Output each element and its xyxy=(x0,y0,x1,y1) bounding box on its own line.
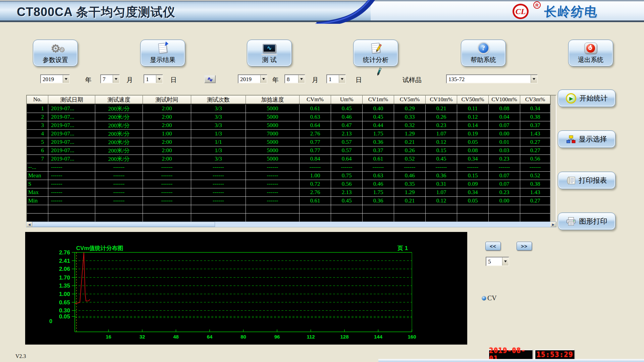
stats-analysis-button[interactable]: 统计分析 xyxy=(353,40,398,66)
start-day-select[interactable]: 1 xyxy=(144,74,163,83)
dropdown-arrow-icon[interactable] xyxy=(63,75,69,83)
scrollbar-track[interactable] xyxy=(215,222,550,227)
column-header[interactable]: 测试时间 xyxy=(143,96,191,104)
dropdown-arrow-icon[interactable] xyxy=(531,75,537,83)
dropdown-arrow-icon[interactable] xyxy=(339,75,345,83)
table-row[interactable]: 42019-07...200米/分1:001/370002.762.131.75… xyxy=(27,130,550,138)
table-row[interactable]: Mean------------------------------1.000.… xyxy=(27,172,550,180)
start-year-select[interactable]: 2019 xyxy=(40,74,70,83)
scrollbar-thumb[interactable] xyxy=(32,222,215,227)
dropdown-arrow-icon[interactable] xyxy=(298,75,305,83)
table-cell: 3 xyxy=(27,121,48,130)
table-cell: 1.07 xyxy=(426,130,457,138)
svg-text:0.05: 0.05 xyxy=(59,313,70,320)
table-cell: 4 xyxy=(27,130,48,138)
column-header[interactable]: CV1m% xyxy=(363,96,394,104)
column-header[interactable]: 测试日期 xyxy=(48,96,95,104)
show-results-button[interactable]: 显示结果 xyxy=(140,40,185,66)
exit-system-button[interactable]: 退出系统 xyxy=(568,40,613,66)
column-header[interactable]: CV3m% xyxy=(520,96,550,104)
table-cell: 0.40 xyxy=(363,105,394,113)
table-cell xyxy=(191,214,246,222)
end-year-select[interactable]: 2019 xyxy=(238,74,267,83)
table-cell: 2019-07... xyxy=(48,130,95,138)
column-header[interactable]: CV50m% xyxy=(457,96,489,104)
power-icon xyxy=(584,42,597,55)
scroll-left-button[interactable]: ◀ xyxy=(26,222,32,227)
cv-legend[interactable]: CV xyxy=(482,294,497,302)
column-header[interactable]: CV100m% xyxy=(489,96,520,104)
date-range-button[interactable]: ∿ xyxy=(204,75,216,83)
table-cell: 3/3 xyxy=(191,155,246,163)
start-statistics-button[interactable]: ▶ 开始统计 xyxy=(558,89,615,107)
question-glyph: ? xyxy=(482,44,485,52)
vertical-scrollbar-gutter[interactable] xyxy=(550,96,556,222)
table-row[interactable]: 22019-07...200米/分2:003/350000.630.460.45… xyxy=(27,113,550,121)
table-cell: 0.08 xyxy=(489,105,520,113)
table-cell: 5000 xyxy=(246,121,300,130)
table-cell xyxy=(95,205,143,214)
table-cell: 5 xyxy=(27,138,48,146)
table-cell: 0.37 xyxy=(363,146,394,155)
bottom-edge-strip xyxy=(378,359,644,362)
column-header[interactable]: CVm% xyxy=(300,96,331,104)
scroll-right-button[interactable]: ▶ xyxy=(550,222,556,227)
dropdown-arrow-icon[interactable] xyxy=(260,75,267,83)
dropdown-arrow-icon[interactable] xyxy=(156,75,162,83)
column-header[interactable]: 测试次数 xyxy=(191,96,246,104)
table-row[interactable]: 12019-07...200米/分2:003/350000.610.450.40… xyxy=(27,105,550,113)
display-selection-button[interactable]: 显示选择 xyxy=(558,130,615,148)
table-row[interactable] xyxy=(27,205,550,214)
table-cell: ------ xyxy=(191,197,246,205)
table-row[interactable] xyxy=(27,214,550,222)
table-cell xyxy=(363,214,394,222)
pen-icon[interactable] xyxy=(376,67,383,77)
table-cell xyxy=(457,205,489,214)
start-year-label: 年 xyxy=(85,76,92,84)
table-row[interactable]: S------------------------------0.720.560… xyxy=(27,180,550,188)
table-row[interactable]: Min------------------------------0.610.4… xyxy=(27,197,550,205)
start-month-select[interactable]: 7 xyxy=(100,74,120,83)
table-cell: 0.00 xyxy=(489,197,520,205)
table-cell: 2:00 xyxy=(143,113,191,121)
end-month-select[interactable]: 8 xyxy=(284,74,305,83)
dropdown-arrow-icon[interactable] xyxy=(502,257,508,265)
table-cell: 5000 xyxy=(246,146,300,155)
graph-print-button[interactable]: 图形打印 xyxy=(558,213,615,230)
table-cell: 0.05 xyxy=(457,138,489,146)
column-header[interactable]: 加捻速度 xyxy=(246,96,300,104)
table-row[interactable]: 52019-07...200米/分2:001/150000.770.570.36… xyxy=(27,138,550,146)
table-cell: 0.11 xyxy=(457,105,489,113)
params-settings-button[interactable]: ⚙ ⚙ 参数设置 xyxy=(33,40,78,66)
column-header[interactable]: No. xyxy=(27,96,48,104)
table-cell: ------ xyxy=(191,188,246,197)
column-header[interactable]: CV10m% xyxy=(426,96,457,104)
table-cell: ------ xyxy=(95,163,143,172)
table-header-row: No.测试日期测试速度测试时间测试次数加捻速度CVm%Um%CV1m%CV5m%… xyxy=(27,96,550,105)
table-row[interactable]: 32019-07...200米/分2:003/350000.640.470.44… xyxy=(27,121,550,130)
test-button[interactable]: ∿ 测 试 xyxy=(247,40,292,66)
table-cell xyxy=(520,214,550,222)
horizontal-scrollbar[interactable]: ◀ ▶ xyxy=(26,222,556,227)
table-cell xyxy=(489,214,520,222)
table-row[interactable]: --...-----------------------------------… xyxy=(27,163,550,172)
wave-icon: ∿ xyxy=(207,76,213,82)
table-cell: 0.37 xyxy=(520,121,550,130)
play-glyph: ▶ xyxy=(569,96,573,101)
table-cell: 0.45 xyxy=(331,197,363,205)
column-header[interactable]: CV5m% xyxy=(394,96,426,104)
logo-monogram: CL xyxy=(516,7,526,16)
page-size-select[interactable]: 5 xyxy=(486,257,509,266)
dropdown-arrow-icon[interactable] xyxy=(113,75,119,83)
prev-page-button[interactable]: << xyxy=(485,242,501,250)
next-page-button[interactable]: >> xyxy=(517,242,532,250)
sample-select[interactable]: 135-72 xyxy=(446,74,538,83)
column-header[interactable]: 测试速度 xyxy=(95,96,143,104)
column-header[interactable]: Um% xyxy=(331,96,363,104)
help-system-button[interactable]: ? 帮助系统 xyxy=(461,40,506,66)
table-row[interactable]: 62019-07...200米/分2:001/350000.770.570.37… xyxy=(27,146,550,155)
end-day-select[interactable]: 1 xyxy=(326,74,346,83)
table-row[interactable]: Max------------------------------2.762.1… xyxy=(27,188,550,197)
table-row[interactable]: 72019-07...200米/分2:003/350000.840.640.61… xyxy=(27,155,550,163)
print-report-button[interactable]: 打印报表 xyxy=(558,172,615,189)
